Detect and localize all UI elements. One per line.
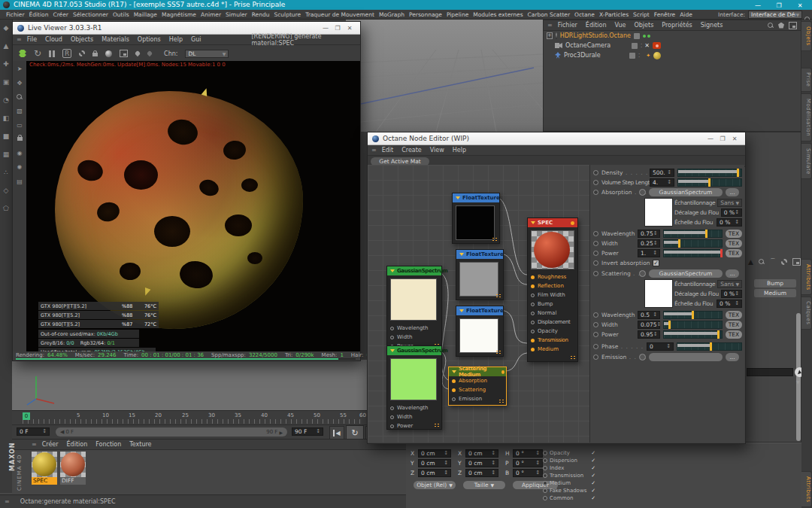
- density-slider[interactable]: [677, 169, 742, 177]
- anim-toggle-icon[interactable]: [593, 241, 598, 246]
- menu-animer[interactable]: Animer: [201, 11, 221, 18]
- attr-search-icon[interactable]: [759, 259, 765, 265]
- emission-node-button[interactable]: [649, 353, 723, 361]
- density-field[interactable]: 500.↕: [650, 169, 674, 177]
- link-icon[interactable]: [639, 189, 646, 196]
- tool-icon-polys[interactable]: ⬠: [0, 205, 12, 212]
- port-emission[interactable]: Emission: [459, 396, 482, 402]
- sampling-dropdown[interactable]: Sans▼: [717, 280, 742, 288]
- coord-field[interactable]: 0 °↕: [513, 469, 543, 477]
- tab-prise[interactable]: Prise: [801, 68, 812, 92]
- menu-outils[interactable]: Outils: [113, 11, 129, 18]
- om-menu-objets[interactable]: Objets: [634, 22, 653, 29]
- node-canvas[interactable]: FloatTexture FloatTexture FloatTexture G…: [368, 165, 590, 443]
- node-resize-grip[interactable]: [498, 399, 504, 403]
- lv-tool-camera[interactable]: ◉: [13, 150, 26, 157]
- menu-creer[interactable]: Créer: [53, 11, 68, 18]
- bump-button[interactable]: Bump: [754, 279, 796, 287]
- anim-toggle-icon[interactable]: [593, 354, 598, 360]
- crosshair-icon[interactable]: ✕: [644, 42, 650, 49]
- port-absorption[interactable]: Absorption: [459, 378, 487, 384]
- port-opacity[interactable]: Opacity: [538, 328, 558, 334]
- lv-menu-objects[interactable]: Objects: [71, 36, 93, 43]
- coord-field[interactable]: 0 cm↕: [465, 469, 498, 477]
- menu-personnage[interactable]: Personnage: [409, 11, 442, 18]
- value-field[interactable]: 0.075↕: [638, 321, 660, 329]
- object-name[interactable]: HDRLightStudio.Octane: [560, 32, 631, 39]
- emission-more-button[interactable]: ...: [726, 353, 739, 361]
- attr-clamp-icon[interactable]: ⌒: [770, 257, 776, 266]
- param-slider[interactable]: [663, 330, 723, 339]
- tool-icon-select[interactable]: ▲: [0, 42, 12, 50]
- menu-x-particles[interactable]: X-Particles: [599, 11, 629, 18]
- channel-dropdown[interactable]: DL▼: [185, 50, 229, 58]
- objet-rel-dropdown[interactable]: Objet (Rel)▼: [414, 481, 456, 489]
- pause-render-icon[interactable]: [49, 50, 55, 57]
- menu-magnetisme[interactable]: Magnétisme: [162, 11, 196, 18]
- vsl-slider[interactable]: [677, 178, 742, 187]
- invert-absorption-checkbox[interactable]: ✓: [653, 260, 659, 266]
- restart-render-icon[interactable]: ↻: [34, 48, 41, 59]
- tab-simulate[interactable]: Simulate: [801, 143, 812, 179]
- octane-render-icon[interactable]: [19, 50, 26, 57]
- port-displacement[interactable]: Displacement: [538, 319, 570, 325]
- attr-collapse-arrow[interactable]: ▼: [796, 379, 800, 385]
- node-scattering-medium[interactable]: Scattering Medium Absorption Scattering …: [448, 367, 507, 406]
- channel-row-dispersion[interactable]: Dispersion✓: [543, 457, 595, 464]
- channel-row-transmission[interactable]: Transmission✓: [543, 472, 595, 479]
- menu-script[interactable]: Script: [633, 11, 650, 18]
- lv-menu-cloud[interactable]: Cloud: [45, 36, 62, 43]
- anim-toggle-icon[interactable]: [593, 231, 598, 236]
- blur-scale-field[interactable]: 0 %↕: [717, 218, 742, 227]
- port-power[interactable]: Power: [397, 423, 413, 429]
- channel-check[interactable]: ✓: [591, 495, 595, 501]
- tab-objets[interactable]: Objets: [801, 21, 812, 51]
- node-resize-grip[interactable]: [495, 294, 501, 298]
- playhead-marker[interactable]: 0: [23, 412, 30, 420]
- material-item-spec[interactable]: SPEC: [32, 452, 57, 486]
- play-loop-button[interactable]: ↻: [346, 425, 364, 440]
- attr-gear-icon[interactable]: [781, 259, 787, 265]
- tab-calques[interactable]: Calques: [801, 297, 812, 330]
- blur-scale-field[interactable]: 0 %↕: [717, 300, 742, 308]
- anim-toggle-icon[interactable]: [593, 260, 598, 266]
- anim-toggle-icon[interactable]: [593, 170, 598, 175]
- node-floattexture-white[interactable]: FloatTexture: [456, 306, 504, 357]
- lv-tool-info[interactable]: ▤: [13, 178, 26, 185]
- tab-attributs-bottom[interactable]: Attributs: [801, 471, 812, 507]
- value-field[interactable]: 0.95↕: [638, 330, 660, 339]
- channel-check[interactable]: ✓: [591, 458, 595, 464]
- texture-swatch[interactable]: [459, 262, 498, 297]
- anim-toggle-icon[interactable]: [593, 180, 598, 185]
- close-button[interactable]: ✕: [729, 133, 741, 144]
- menu-fenetre[interactable]: Fenêtre: [654, 11, 675, 18]
- interface-dropdown[interactable]: Interface de Démarrage▼: [748, 11, 802, 19]
- focus-picker-icon[interactable]: [147, 50, 153, 56]
- channel-check[interactable]: ✓: [591, 465, 595, 471]
- lv-menu-materials[interactable]: Materials: [102, 36, 129, 43]
- lock-resolution-icon[interactable]: [92, 53, 98, 56]
- tex-button[interactable]: TEX: [726, 321, 742, 329]
- region-render-icon[interactable]: R: [62, 49, 71, 58]
- sampling-dropdown[interactable]: Sans▼: [717, 199, 742, 207]
- material-item-diff[interactable]: DIFF: [60, 452, 86, 486]
- port-medium[interactable]: Medium: [538, 346, 559, 352]
- material-label-selected[interactable]: SPEC: [32, 477, 57, 485]
- lv-menu-gui[interactable]: Gui: [191, 36, 201, 43]
- range-right-arrow[interactable]: ▶: [279, 430, 283, 435]
- menu-fichier[interactable]: Fichier: [6, 11, 25, 18]
- port-film-width[interactable]: Film Width: [538, 292, 565, 298]
- anim-toggle-icon[interactable]: [593, 344, 598, 349]
- channel-row-opacity[interactable]: Opacity✓: [543, 449, 595, 457]
- mat-menu-creer[interactable]: Créer: [42, 441, 59, 448]
- output-port[interactable]: [571, 221, 574, 225]
- layer-chip[interactable]: [632, 43, 638, 49]
- om-menu-vue[interactable]: Vue: [615, 22, 626, 29]
- coord-field[interactable]: 0 cm↕: [465, 449, 498, 458]
- menu-octane[interactable]: Octane: [574, 11, 595, 18]
- channel-row-medium[interactable]: Medium✓: [543, 479, 595, 487]
- maximize-button[interactable]: ❐: [717, 133, 729, 144]
- attr-window-icon[interactable]: [792, 258, 801, 266]
- end-frame-field[interactable]: 90 F↕: [292, 427, 323, 436]
- object-name[interactable]: Proc3Durale: [564, 52, 601, 59]
